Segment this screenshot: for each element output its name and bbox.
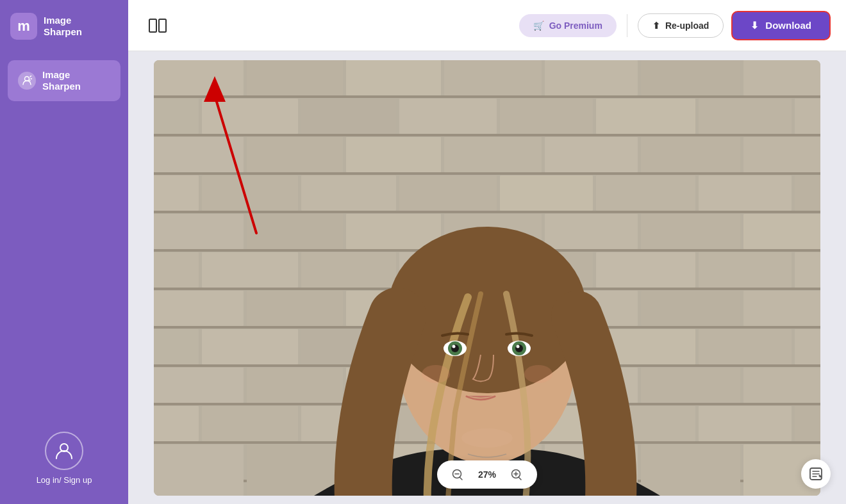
svg-rect-10 bbox=[641, 60, 740, 95]
svg-rect-62 bbox=[247, 291, 343, 326]
svg-rect-42 bbox=[154, 252, 199, 288]
svg-rect-84 bbox=[202, 406, 298, 441]
svg-rect-19 bbox=[795, 99, 820, 134]
svg-rect-74 bbox=[699, 329, 792, 364]
upload-icon: ⬆ bbox=[652, 20, 660, 31]
svg-point-109 bbox=[517, 345, 520, 348]
svg-rect-27 bbox=[154, 175, 199, 211]
svg-rect-32 bbox=[596, 175, 695, 211]
svg-rect-81 bbox=[641, 368, 740, 403]
svg-rect-28 bbox=[202, 175, 298, 211]
svg-point-110 bbox=[422, 365, 450, 383]
svg-rect-30 bbox=[399, 175, 497, 211]
sidebar: m Image Sharpen Image Sharpen bbox=[0, 0, 128, 504]
compare-button[interactable] bbox=[144, 12, 172, 40]
svg-rect-16 bbox=[500, 99, 593, 134]
svg-rect-26 bbox=[743, 137, 820, 172]
svg-rect-6 bbox=[247, 60, 343, 95]
svg-rect-89 bbox=[699, 406, 792, 441]
svg-line-121 bbox=[518, 477, 521, 480]
svg-rect-11 bbox=[743, 60, 820, 95]
svg-rect-14 bbox=[301, 99, 396, 134]
svg-rect-31 bbox=[500, 175, 593, 211]
toolbar: 🛒 Go Premium ⬆ Re-upload ⬇ Download bbox=[128, 0, 846, 51]
login-signup-label[interactable]: Log in/ Sign up bbox=[37, 475, 92, 485]
svg-rect-83 bbox=[154, 406, 199, 441]
zoom-out-button[interactable] bbox=[449, 466, 467, 484]
zoom-in-button[interactable] bbox=[508, 466, 526, 484]
svg-rect-23 bbox=[444, 137, 542, 172]
svg-rect-91 bbox=[154, 444, 244, 496]
app-logo-icon: m bbox=[10, 13, 37, 40]
svg-rect-90 bbox=[795, 406, 820, 441]
svg-rect-68 bbox=[154, 329, 199, 364]
photo-canvas bbox=[154, 60, 820, 496]
svg-rect-51 bbox=[154, 134, 820, 136]
svg-rect-20 bbox=[154, 137, 244, 172]
sidebar-item-image-sharpen[interactable]: Image Sharpen bbox=[8, 60, 120, 101]
svg-rect-50 bbox=[154, 95, 820, 98]
svg-rect-37 bbox=[346, 214, 441, 249]
svg-rect-82 bbox=[743, 368, 820, 403]
zoom-controls: 27% bbox=[437, 460, 537, 489]
svg-rect-47 bbox=[596, 252, 695, 288]
svg-rect-2 bbox=[149, 19, 156, 32]
svg-point-111 bbox=[524, 365, 552, 383]
svg-rect-77 bbox=[247, 368, 343, 403]
svg-rect-61 bbox=[154, 291, 244, 326]
svg-rect-52 bbox=[154, 172, 820, 175]
svg-rect-49 bbox=[795, 252, 820, 288]
svg-rect-53 bbox=[154, 211, 820, 213]
svg-rect-66 bbox=[641, 291, 740, 326]
svg-rect-39 bbox=[545, 214, 638, 249]
toolbar-divider bbox=[627, 14, 627, 37]
svg-rect-41 bbox=[743, 214, 820, 249]
svg-rect-25 bbox=[641, 137, 740, 172]
svg-rect-7 bbox=[346, 60, 441, 95]
svg-rect-67 bbox=[743, 291, 820, 326]
svg-rect-48 bbox=[699, 252, 792, 288]
image-container bbox=[154, 60, 820, 496]
sidebar-logo[interactable]: m Image Sharpen bbox=[0, 0, 128, 53]
svg-rect-35 bbox=[154, 214, 244, 249]
svg-point-105 bbox=[452, 345, 456, 348]
svg-rect-76 bbox=[154, 368, 244, 403]
sidebar-item-label: Image Sharpen bbox=[42, 69, 81, 92]
svg-rect-8 bbox=[444, 60, 542, 95]
sidebar-bottom: Log in/ Sign up bbox=[37, 432, 92, 485]
svg-rect-22 bbox=[346, 137, 441, 172]
notes-button[interactable] bbox=[801, 459, 831, 489]
svg-rect-24 bbox=[545, 137, 638, 172]
reupload-button[interactable]: ⬆ Re-upload bbox=[638, 13, 724, 38]
zoom-value: 27% bbox=[476, 469, 499, 480]
svg-rect-12 bbox=[154, 99, 199, 134]
svg-rect-36 bbox=[247, 214, 343, 249]
image-sharpen-nav-icon bbox=[18, 72, 36, 90]
go-premium-button[interactable]: 🛒 Go Premium bbox=[519, 14, 617, 37]
svg-rect-21 bbox=[247, 137, 343, 172]
sidebar-nav: Image Sharpen bbox=[0, 55, 128, 106]
svg-rect-75 bbox=[795, 329, 820, 364]
cart-icon: 🛒 bbox=[533, 20, 544, 31]
svg-rect-34 bbox=[795, 175, 820, 211]
svg-rect-9 bbox=[545, 60, 638, 95]
download-button[interactable]: ⬇ Download bbox=[731, 11, 831, 40]
svg-rect-69 bbox=[202, 329, 298, 364]
main-area: 🛒 Go Premium ⬆ Re-upload ⬇ Download bbox=[128, 0, 846, 504]
download-icon: ⬇ bbox=[751, 20, 759, 31]
svg-rect-17 bbox=[596, 99, 695, 134]
svg-rect-96 bbox=[641, 444, 740, 496]
svg-line-117 bbox=[460, 477, 462, 480]
svg-rect-33 bbox=[699, 175, 792, 211]
svg-rect-3 bbox=[159, 19, 166, 32]
svg-point-112 bbox=[461, 428, 513, 448]
user-avatar[interactable] bbox=[45, 432, 83, 470]
svg-rect-29 bbox=[301, 175, 396, 211]
canvas-area: 27% bbox=[128, 51, 846, 504]
app-logo-text: Image Sharpen bbox=[44, 15, 82, 38]
svg-rect-18 bbox=[699, 99, 792, 134]
svg-rect-13 bbox=[202, 99, 298, 134]
svg-rect-15 bbox=[399, 99, 497, 134]
svg-rect-43 bbox=[202, 252, 298, 288]
svg-rect-44 bbox=[301, 252, 396, 288]
